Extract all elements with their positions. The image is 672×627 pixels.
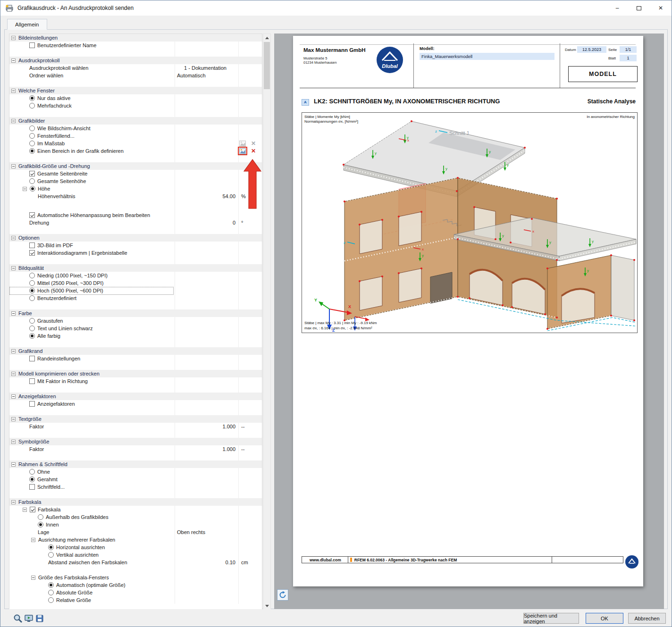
checkbox[interactable] [29, 401, 35, 407]
settings-section-header[interactable]: Bildqualität [9, 264, 262, 272]
collapse-minus-icon[interactable] [23, 508, 27, 512]
settings-section-header[interactable]: Welche Fenster [9, 87, 262, 94]
collapse-minus-icon[interactable] [11, 89, 16, 93]
collapse-minus-icon[interactable] [11, 417, 16, 421]
radio-button[interactable] [48, 552, 54, 558]
settings-row[interactable]: LageOben rechts [9, 528, 262, 536]
radio-button[interactable] [29, 95, 35, 101]
checkbox[interactable] [29, 242, 35, 248]
maximize-button[interactable] [628, 0, 650, 16]
radio-button[interactable] [29, 273, 35, 278]
radio-button[interactable] [38, 522, 43, 527]
checkbox[interactable] [29, 212, 35, 218]
radio-button[interactable] [29, 141, 35, 146]
checkbox[interactable] [29, 356, 35, 361]
settings-row[interactable]: Interaktionsdiagramm | Ergebnistabelle [9, 249, 262, 257]
settings-row[interactable]: Horizontal ausrichten [9, 543, 262, 551]
collapse-minus-icon[interactable] [31, 538, 35, 542]
search-settings-button[interactable] [13, 613, 23, 624]
clear-region-icon[interactable]: ✕ [251, 140, 256, 147]
settings-row[interactable]: Faktor1.000-- [9, 445, 262, 453]
settings-row[interactable]: Faktor1.000-- [9, 423, 262, 430]
settings-section-header[interactable]: Farbe [9, 309, 262, 317]
collapse-minus-icon[interactable] [11, 372, 16, 376]
settings-row[interactable]: Außerhalb des Grafikbildes [9, 513, 262, 521]
scrollbar-thumb[interactable] [264, 42, 270, 89]
define-region-icon[interactable] [239, 140, 246, 147]
row-value[interactable]: 0.10 [175, 559, 237, 566]
checkbox[interactable] [29, 171, 35, 176]
collapse-minus-icon[interactable] [11, 36, 16, 40]
save-and-show-button[interactable]: Speichern und anzeigen [523, 613, 579, 624]
collapse-minus-icon[interactable] [11, 164, 16, 168]
radio-button[interactable] [29, 148, 35, 154]
settings-section-header[interactable]: Grafikbild-Größe und -Drehung [9, 162, 262, 170]
row-value[interactable]: Oben rechts [175, 528, 237, 536]
settings-row[interactable]: Mit Faktor in Richtung [9, 377, 262, 385]
radio-button[interactable] [29, 295, 35, 301]
ok-button[interactable]: OK [586, 613, 623, 624]
row-value[interactable]: 54.00 [175, 192, 237, 200]
collapse-minus-icon[interactable] [11, 462, 16, 467]
checkbox[interactable] [29, 378, 35, 384]
settings-row[interactable]: Schriftfeld... [9, 483, 262, 491]
radio-button[interactable] [29, 288, 35, 293]
settings-row[interactable]: Wie Bildschirm-Ansicht [9, 125, 262, 132]
settings-row[interactable]: Vertikal ausrichten [9, 551, 262, 559]
define-region-icon[interactable] [239, 148, 246, 154]
settings-row[interactable]: Automatisch (optimale Größe) [9, 581, 262, 589]
settings-row[interactable]: Benutzerdefiniert [9, 294, 262, 302]
minimize-button[interactable]: – [606, 0, 628, 16]
settings-row[interactable]: Drehung0° [9, 219, 262, 226]
settings-row[interactable]: Graustufen [9, 317, 262, 325]
radio-button[interactable] [29, 477, 35, 482]
settings-row[interactable]: 3D-Bild im PDF [9, 242, 262, 249]
refresh-preview-button[interactable] [277, 589, 288, 601]
scroll-up-button[interactable] [263, 34, 270, 42]
settings-row[interactable]: Farbskala [9, 506, 262, 513]
close-button[interactable]: ✕ [650, 0, 672, 16]
settings-row[interactable]: Hoch (5000 Pixel, ~600 DPI) [9, 287, 262, 294]
settings-row[interactable]: Innen [9, 521, 262, 528]
collapse-minus-icon[interactable] [11, 266, 16, 270]
settings-row[interactable]: Alle farbig [9, 332, 262, 340]
radio-button[interactable] [48, 582, 54, 588]
collapse-minus-icon[interactable] [11, 119, 16, 123]
settings-section-header[interactable]: Textgröße [9, 415, 262, 423]
settings-row[interactable]: Ausrichtung mehrerer Farbskalen [9, 536, 262, 543]
settings-section-header[interactable]: Farbskala [9, 498, 262, 506]
settings-row[interactable]: Absolute Größe [9, 589, 262, 596]
settings-row[interactable]: Nur das aktive [9, 94, 262, 102]
settings-row[interactable]: Automatische Höhenanpassung beim Bearbei… [9, 211, 262, 219]
settings-row[interactable]: Größe des Farbskala-Fensters [9, 574, 262, 581]
radio-button[interactable] [48, 597, 54, 603]
settings-row[interactable]: Benutzerdefinierter Name [9, 42, 262, 49]
settings-row[interactable]: Text und Linien schwarz [9, 325, 262, 332]
settings-scrollbar[interactable] [263, 33, 271, 610]
settings-row[interactable]: Anzeigefaktoren [9, 400, 262, 408]
collapse-minus-icon[interactable] [31, 576, 35, 580]
clear-region-icon[interactable]: ✕ [251, 148, 256, 154]
radio-button[interactable] [29, 280, 35, 286]
collapse-minus-icon[interactable] [11, 236, 16, 240]
radio-button[interactable] [29, 178, 35, 184]
row-value[interactable]: 0 [175, 219, 237, 226]
checkbox[interactable] [29, 42, 35, 48]
collapse-minus-icon[interactable] [11, 440, 16, 444]
settings-section-header[interactable]: Optionen [9, 234, 262, 242]
settings-row[interactable]: Ordner wählenAutomatisch [9, 72, 262, 79]
radio-button[interactable] [29, 333, 35, 339]
settings-row[interactable]: Gesamte Seitenhöhe [9, 177, 262, 185]
settings-row[interactable]: Fensterfüllend... [9, 132, 262, 140]
radio-button[interactable] [29, 318, 35, 324]
radio-button[interactable] [29, 326, 35, 331]
collapse-minus-icon[interactable] [11, 349, 16, 353]
settings-section-header[interactable]: Modell komprimieren oder strecken [9, 370, 262, 377]
settings-row[interactable]: Relative Größe [9, 596, 262, 604]
radio-button[interactable] [38, 514, 43, 520]
settings-row[interactable]: Mehrfachdruck [9, 102, 262, 109]
display-settings-button[interactable] [24, 613, 34, 624]
radio-button[interactable] [29, 133, 35, 139]
row-value[interactable]: 1.000 [175, 423, 237, 430]
settings-row[interactable]: Einen Bereich in der Grafik definieren✕ [9, 147, 262, 155]
